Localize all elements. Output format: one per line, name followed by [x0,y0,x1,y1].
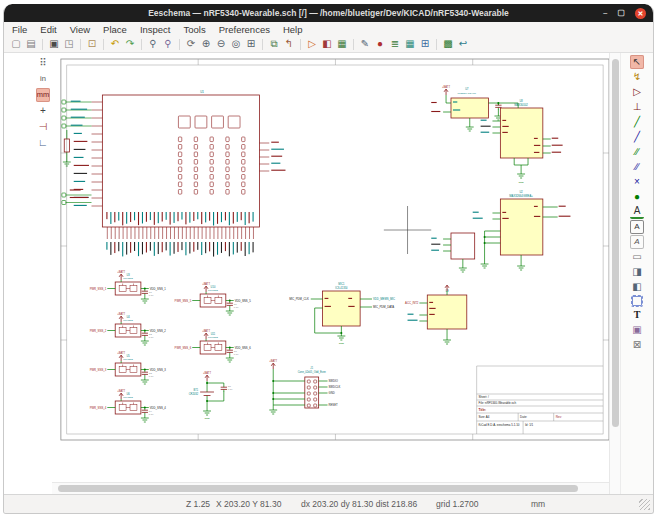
resize-grip[interactable] [639,499,650,510]
select-tool-icon[interactable]: ↖ [630,55,644,69]
generate-netlist-icon[interactable]: ≣ [388,37,402,51]
menu-preferences[interactable]: Preferences [219,24,270,35]
svg-text:0.1u: 0.1u [234,353,239,356]
vertical-scrollbar[interactable] [609,53,620,494]
component-u2-max32664[interactable]: U2 MAX32664GWEA+ [473,190,571,270]
component-mic1[interactable]: MIC1 ICS-41350 GND MIC_PDM_CLK VDD_MEMS_… [289,282,395,345]
svg-text:VDD_SNS_5: VDD_SNS_5 [235,299,251,303]
toolbar-separator [42,39,43,50]
load-switch-1[interactable]: +BATTU3FPF1203PWR_SNS_1VDD_SNS_1C10.1u [90,270,167,303]
plot-icon[interactable]: ◳ [62,37,76,51]
svg-text:+BATT: +BATT [117,312,125,316]
menu-place[interactable]: Place [103,24,127,35]
zoom-out-icon[interactable]: ⊖ [214,37,228,51]
component-u8-max30102[interactable]: U8 MAX30102 GND [481,99,563,184]
minimize-button[interactable]: – [603,9,607,17]
titlebar[interactable]: Eeschema — nRF5340-Wearable.sch [/] — /h… [4,4,653,22]
net-label-icon[interactable]: A [630,205,644,219]
load-switches[interactable]: +BATTU3FPF1203PWR_SNS_1VDD_SNS_1C10.1u+B… [90,270,252,422]
load-switch-2[interactable]: +BATTU4FPF1203PWR_SNS_2VDD_SNS_2C20.1u [90,312,167,345]
toggle-grid-icon[interactable]: ⠿ [36,56,50,70]
svg-text:PWR_SNS_4: PWR_SNS_4 [90,406,107,410]
status-position: X 203.20 Y 81.30 [216,499,281,509]
units-mm-icon[interactable]: mm [36,88,50,102]
import-sheet-pin-icon[interactable]: ◨ [630,265,644,279]
menu-help[interactable]: Help [283,24,303,35]
wire-to-bus-entry-icon[interactable]: ∕∕ [630,145,644,159]
erc-icon[interactable]: ● [373,37,387,51]
load-switch-4[interactable]: +BATTU6FPF1203PWR_SNS_4VDD_SNS_4C40.1u [90,389,167,422]
load-switch-6[interactable]: +BATTU11FPF1203PWR_SNS_6VDD_SNS_6C70.1u [175,329,252,362]
hierarchical-sheet-icon[interactable]: ▭ [630,250,644,264]
navigate-hierarchy-icon[interactable]: ⧉ [267,37,281,51]
menu-inspect[interactable]: Inspect [140,24,171,35]
zoom-in-icon[interactable]: ⊕ [199,37,213,51]
place-symbol-icon[interactable]: ▷ [630,85,644,99]
symbol-editor-icon[interactable]: ◧ [320,37,334,51]
bom-icon[interactable]: ⊞ [418,37,432,51]
graphic-line-icon[interactable] [631,295,643,307]
place-power-port-icon[interactable]: ⊥ [630,100,644,114]
global-label-icon[interactable]: A [630,220,644,234]
find-icon[interactable]: ⚲ [146,37,160,51]
paste-icon[interactable]: ⊡ [85,37,99,51]
component-bt1-battery[interactable]: +BATT GND BT1 CR2032 C8 0.1u [189,371,233,421]
svg-text:PWR_SNS_6: PWR_SNS_6 [175,346,192,350]
horizontal-scrollbar[interactable] [52,482,609,494]
zoom-selection-icon[interactable]: ⊞ [244,37,258,51]
load-switch-5[interactable]: +BATTU10FPF1203PWR_SNS_5VDD_SNS_5C60.1u [175,282,252,315]
component-u1-module[interactable]: U1 [62,90,286,257]
svg-text:GND: GND [329,391,335,395]
bus-to-bus-entry-icon[interactable]: ∕∕ [630,160,644,174]
toolbar-separator [353,39,354,50]
run-pcbnew-icon[interactable]: ▩ [441,37,455,51]
status-units: mm [531,499,545,509]
hierarchical-label-icon[interactable]: A [630,235,644,249]
refresh-icon[interactable]: ⟳ [184,37,198,51]
delete-tool-icon[interactable]: ⊠ [630,338,644,352]
menu-file[interactable]: File [12,24,27,35]
horizontal-scrollbar-thumb[interactable] [58,485,578,492]
undo-icon[interactable]: ↶ [108,37,122,51]
vertical-scrollbar-thumb[interactable] [612,59,619,427]
place-bus-icon[interactable]: ╱ [630,130,644,144]
cursor-shape-icon[interactable]: + [36,104,50,118]
component-caps-cluster[interactable] [431,233,474,272]
units-inches-icon[interactable]: in [36,72,50,86]
place-image-icon[interactable]: ▣ [630,323,644,337]
page-settings-icon[interactable]: ▤ [24,37,38,51]
maximize-button[interactable]: ▢ [617,9,625,17]
edit-fields-icon[interactable]: ✎ [358,37,372,51]
print-icon[interactable]: ▣ [47,37,61,51]
svg-text:+BATT: +BATT [202,282,210,286]
menu-edit[interactable]: Edit [40,24,56,35]
component-j1-swd[interactable]: J1 Conn_02x05_Odd_Even +BATT SWDIO SWDCL… [269,359,340,414]
schematic-canvas[interactable]: Sheet: / File: nRF5340-Wearable.sch Titl… [52,53,609,494]
zoom-fit-icon[interactable]: ◎ [229,37,243,51]
tb-title: Title: [479,408,486,412]
close-button[interactable]: ✕ [635,8,646,19]
annotate-icon[interactable]: ▷ [305,37,319,51]
leave-sheet-icon[interactable]: ↰ [282,37,296,51]
component-u9-accelerometer[interactable]: U9 ACC_INT2 [405,285,467,344]
back-annotate-icon[interactable]: ↩ [456,37,470,51]
fields-table-icon[interactable]: ▦ [403,37,417,51]
place-wire-icon[interactable]: ╱ [630,115,644,129]
show-hidden-pins-icon[interactable]: ⊣ [36,120,50,134]
footprint-assign-icon[interactable]: ▦ [335,37,349,51]
highlight-net-icon[interactable]: ↯ [630,70,644,84]
svg-text:+BATT: +BATT [203,371,211,375]
redo-icon[interactable]: ↷ [123,37,137,51]
graphic-text-icon[interactable]: T [630,308,644,322]
place-sheet-pin-icon[interactable]: ◧ [630,280,644,294]
hv-orientation-icon[interactable]: ∟ [36,136,50,150]
new-schematic-icon[interactable]: ▢ [9,37,23,51]
find-replace-icon[interactable]: ⚲ [161,37,175,51]
load-switch-3[interactable]: +BATTU5FPF1203PWR_SNS_3VDD_SNS_3C30.1u [90,351,167,384]
no-connect-flag-icon[interactable]: × [630,175,644,189]
schematic-sheet[interactable]: Sheet: / File: nRF5340-Wearable.sch Titl… [52,53,609,482]
place-junction-icon[interactable]: ● [630,190,644,204]
menu-view[interactable]: View [70,24,90,35]
menu-tools[interactable]: Tools [184,24,206,35]
svg-text:PWR_SNS_5: PWR_SNS_5 [175,299,192,303]
